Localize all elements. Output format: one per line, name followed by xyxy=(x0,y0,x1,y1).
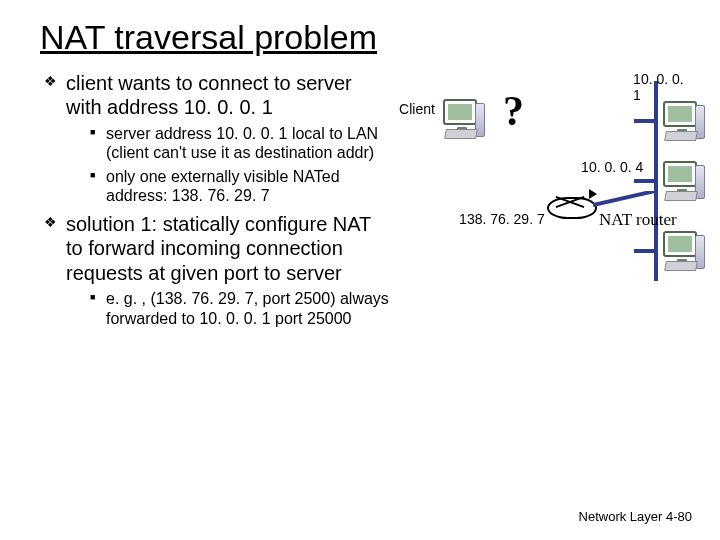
bullet-list: client wants to connect to server with a… xyxy=(44,71,389,328)
diagram: Client ? 10. 0. 0. 1 10. 0. 0. 4 138. 76… xyxy=(399,71,690,331)
bullet-1: client wants to connect to server with a… xyxy=(44,71,389,206)
bullet-1-text: client wants to connect to server with a… xyxy=(66,72,352,118)
slide: NAT traversal problem client wants to co… xyxy=(0,0,720,540)
nat-router-icon xyxy=(547,191,593,221)
bullet-2-text: solution 1: statically configure NAT to … xyxy=(66,213,371,284)
ip-pc2-label: 10. 0. 0. 4 xyxy=(581,159,643,175)
content-columns: client wants to connect to server with a… xyxy=(40,71,690,334)
bullet-2-sub1: e. g. , (138. 76. 29. 7, port 2500) alwa… xyxy=(90,289,389,328)
bus-tap xyxy=(634,119,654,123)
bullet-1-sub1: server address 10. 0. 0. 1 local to LAN … xyxy=(90,124,389,163)
bullet-2-sublist: e. g. , (138. 76. 29. 7, port 2500) alwa… xyxy=(90,289,389,328)
ip-server-label: 10. 0. 0. 1 xyxy=(633,71,690,103)
bullet-1-sub2: only one externally visible NATed addres… xyxy=(90,167,389,206)
bus-tap xyxy=(634,249,654,253)
lan-pc2-icon xyxy=(663,161,707,201)
lan-bus-line xyxy=(654,81,658,281)
text-column: client wants to connect to server with a… xyxy=(40,71,389,334)
question-mark: ? xyxy=(503,87,524,135)
bullet-1-sublist: server address 10. 0. 0. 1 local to LAN … xyxy=(90,124,389,206)
client-pc-icon xyxy=(443,99,487,139)
bus-tap xyxy=(634,179,654,183)
slide-title: NAT traversal problem xyxy=(40,18,690,57)
lan-pc3-icon xyxy=(663,231,707,271)
client-label: Client xyxy=(399,101,435,117)
nat-router-label: NAT router xyxy=(599,211,677,230)
slide-footer: Network Layer 4-80 xyxy=(579,509,692,524)
bullet-2: solution 1: statically configure NAT to … xyxy=(44,212,389,328)
ip-public-label: 138. 76. 29. 7 xyxy=(459,211,545,227)
server-pc-icon xyxy=(663,101,707,141)
svg-line-0 xyxy=(593,191,655,205)
router-to-bus-line xyxy=(593,191,655,209)
